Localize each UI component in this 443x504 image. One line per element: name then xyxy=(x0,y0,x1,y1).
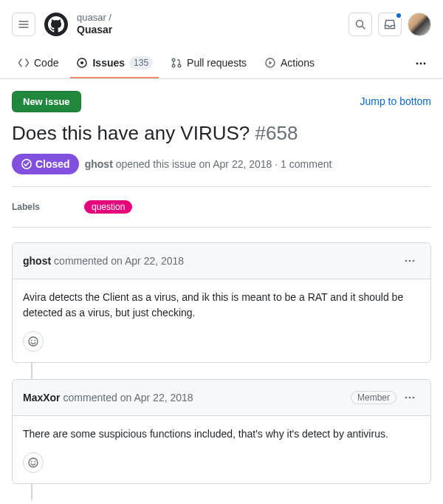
svg-point-8 xyxy=(420,62,422,64)
svg-point-4 xyxy=(172,64,175,67)
timeline-connector xyxy=(31,363,32,379)
author-role-badge: Member xyxy=(351,391,396,404)
timeline-connector xyxy=(31,484,32,500)
comment-header: ghost commented on Apr 22, 2018 xyxy=(13,243,430,279)
comment-actions-button[interactable] xyxy=(399,387,420,408)
comment-verb: commented xyxy=(63,392,117,403)
issue-container: New issue Jump to bottom Does this have … xyxy=(0,79,443,504)
svg-point-21 xyxy=(31,461,32,463)
svg-point-14 xyxy=(29,337,38,346)
tab-issues-label: Issues xyxy=(92,57,125,69)
hamburger-icon xyxy=(18,18,30,30)
notification-dot-icon xyxy=(395,12,402,19)
issue-opened-verb: opened this issue xyxy=(116,158,196,170)
tab-pull-requests[interactable]: Pull requests xyxy=(165,50,253,78)
closed-check-icon xyxy=(21,158,32,170)
svg-point-12 xyxy=(409,260,411,262)
svg-point-11 xyxy=(405,260,408,262)
menu-button[interactable] xyxy=(12,13,35,36)
search-button[interactable] xyxy=(348,13,372,36)
label-question[interactable]: question xyxy=(84,200,132,214)
comment-author[interactable]: ghost xyxy=(23,255,51,267)
comment-date[interactable]: on Apr 22, 2018 xyxy=(111,255,184,267)
top-bar: quasar / Quasar xyxy=(0,0,443,49)
user-avatar[interactable] xyxy=(408,13,431,36)
code-icon xyxy=(18,57,30,69)
search-icon xyxy=(354,18,366,30)
tab-actions-label: Actions xyxy=(281,57,315,69)
tabs-overflow-button[interactable] xyxy=(411,53,431,74)
svg-point-22 xyxy=(34,461,35,463)
comment: ghost commented on Apr 22, 2018 Avira de… xyxy=(12,242,431,363)
comment-header: MaxXor commented on Apr 22, 2018 Member xyxy=(13,380,430,416)
timeline: ghost commented on Apr 22, 2018 Avira de… xyxy=(12,242,431,500)
issue-author[interactable]: ghost xyxy=(85,158,113,170)
svg-point-0 xyxy=(357,20,363,27)
svg-point-19 xyxy=(413,397,415,399)
add-reaction-button[interactable] xyxy=(23,331,44,352)
issue-byline: ghost opened this issue on Apr 22, 2018 … xyxy=(85,158,332,170)
tab-code[interactable]: Code xyxy=(12,50,64,78)
issue-state-badge: Closed xyxy=(12,154,79,174)
kebab-icon xyxy=(415,58,427,69)
play-icon xyxy=(264,57,276,69)
issue-number: #658 xyxy=(255,122,298,144)
svg-point-13 xyxy=(413,260,415,262)
comment-verb: commented xyxy=(54,255,108,267)
tab-code-label: Code xyxy=(34,57,58,69)
issue-icon xyxy=(76,57,88,69)
comment-body: Avira detects the Client as a virus, and… xyxy=(13,279,430,331)
issue-state-text: Closed xyxy=(35,158,70,170)
issue-opened-date: on Apr 22, 2018 xyxy=(199,158,272,170)
smiley-icon xyxy=(27,336,39,347)
comment: MaxXor commented on Apr 22, 2018 Member … xyxy=(12,379,431,484)
svg-point-20 xyxy=(29,458,38,467)
issue-meta-row: Closed ghost opened this issue on Apr 22… xyxy=(12,154,431,187)
labels-row: Labels question xyxy=(12,187,431,228)
comment-body: There are some suspicious functions incl… xyxy=(13,416,430,452)
svg-point-7 xyxy=(416,62,419,64)
svg-point-5 xyxy=(178,64,181,67)
comment-date[interactable]: on Apr 22, 2018 xyxy=(120,392,193,403)
issue-title: Does this have any VIRUS? #658 xyxy=(12,121,431,146)
notifications-button[interactable] xyxy=(378,13,402,36)
pull-request-icon xyxy=(171,57,182,69)
svg-point-17 xyxy=(405,397,408,399)
tab-issues-count: 135 xyxy=(129,56,153,69)
issue-title-text: Does this have any VIRUS? xyxy=(12,122,250,144)
issue-comment-count: · 1 comment xyxy=(275,158,332,170)
svg-point-15 xyxy=(31,340,32,341)
smiley-icon xyxy=(27,457,39,469)
inbox-icon xyxy=(384,18,396,30)
svg-point-16 xyxy=(34,340,35,341)
kebab-icon xyxy=(404,392,416,403)
github-logo[interactable] xyxy=(44,13,68,36)
github-mark-icon xyxy=(48,16,64,33)
new-issue-button[interactable]: New issue xyxy=(12,91,81,112)
tab-issues[interactable]: Issues 135 xyxy=(70,49,159,78)
labels-heading: Labels xyxy=(12,202,40,212)
comment-author[interactable]: MaxXor xyxy=(23,392,61,403)
svg-point-18 xyxy=(409,397,411,399)
kebab-icon xyxy=(404,255,416,267)
svg-point-2 xyxy=(80,61,83,64)
repo-owner[interactable]: quasar / xyxy=(77,12,112,24)
add-reaction-button[interactable] xyxy=(23,452,44,473)
jump-to-bottom-link[interactable]: Jump to bottom xyxy=(360,95,432,107)
tab-pulls-label: Pull requests xyxy=(187,57,247,69)
svg-point-3 xyxy=(172,58,175,61)
tab-actions[interactable]: Actions xyxy=(258,50,320,78)
repo-name[interactable]: Quasar xyxy=(77,24,112,37)
comment-actions-button[interactable] xyxy=(399,251,420,271)
repo-breadcrumb[interactable]: quasar / Quasar xyxy=(77,12,112,37)
svg-point-9 xyxy=(424,62,426,64)
repo-tabs: Code Issues 135 Pull requests Actions xyxy=(0,49,443,79)
